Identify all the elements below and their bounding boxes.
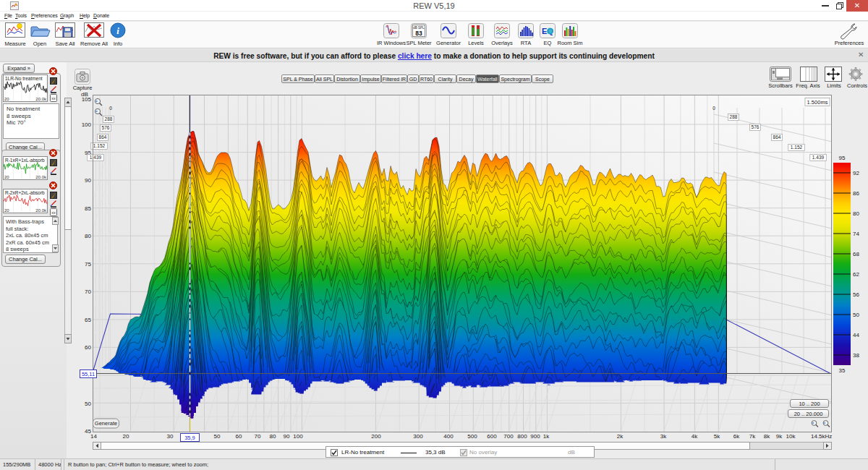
svg-text:i: i	[116, 25, 119, 36]
svg-text:0: 0	[109, 106, 112, 111]
svg-text:68: 68	[853, 251, 859, 257]
svg-text:1LR-No treatment: 1LR-No treatment	[5, 76, 43, 81]
svg-text:Generate: Generate	[95, 420, 117, 427]
svg-text:83: 83	[415, 30, 422, 37]
svg-text:0: 0	[712, 106, 715, 111]
svg-text:1.152: 1.152	[93, 143, 106, 148]
svg-text:86: 86	[853, 190, 859, 197]
svg-text:xx: xx	[51, 96, 56, 101]
svg-text:1.439: 1.439	[812, 155, 825, 160]
svg-text:44: 44	[853, 332, 859, 338]
svg-text:864: 864	[773, 134, 781, 140]
svg-text:R-2xR+2xL-absorb: R-2xR+2xL-absorb	[5, 190, 45, 195]
svg-text:74: 74	[853, 231, 859, 237]
svg-text:xx: xx	[51, 210, 56, 215]
svg-text:20.0k: 20.0k	[35, 175, 47, 179]
svg-text:1.500ms: 1.500ms	[807, 99, 828, 106]
svg-text:38: 38	[853, 352, 859, 359]
svg-text:20.0k: 20.0k	[35, 208, 47, 213]
svg-text:576: 576	[752, 124, 760, 129]
svg-text:95: 95	[839, 155, 846, 161]
svg-text:288: 288	[105, 116, 113, 121]
svg-text:80: 80	[853, 210, 859, 217]
svg-text:20: 20	[4, 208, 9, 213]
svg-text:35: 35	[839, 367, 846, 374]
svg-text:92: 92	[853, 170, 859, 176]
svg-text:1.152: 1.152	[791, 145, 803, 150]
svg-text:50: 50	[853, 312, 859, 318]
svg-text:288: 288	[730, 114, 738, 119]
svg-text:1.439: 1.439	[90, 155, 102, 160]
svg-text:576: 576	[102, 125, 110, 130]
svg-text:20: 20	[4, 175, 9, 179]
svg-text:20: 20	[4, 97, 9, 101]
svg-text:20.0k: 20.0k	[35, 97, 47, 101]
svg-text:R-1xR+1xL-absorb: R-1xR+1xL-absorb	[5, 158, 45, 163]
svg-text:62: 62	[853, 271, 859, 278]
svg-text:56: 56	[853, 291, 859, 298]
svg-text:864: 864	[99, 134, 107, 140]
